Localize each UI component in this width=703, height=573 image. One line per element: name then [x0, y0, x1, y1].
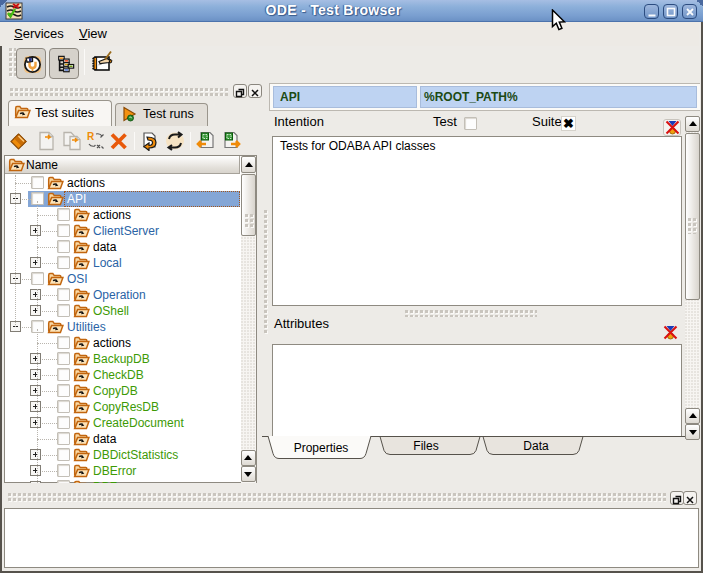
svg-text:R: R: [87, 131, 95, 142]
svg-text:Properties: Properties: [294, 441, 349, 455]
svg-text:Files: Files: [413, 439, 438, 453]
svg-text:Data: Data: [523, 439, 549, 453]
